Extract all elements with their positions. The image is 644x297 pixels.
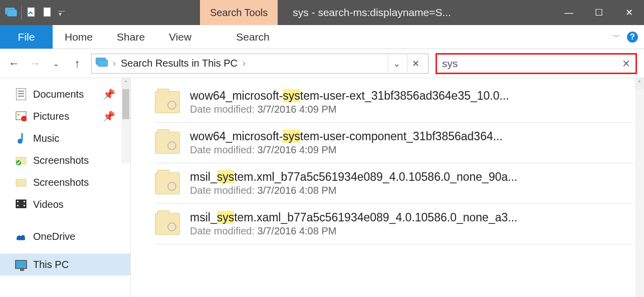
- pin-icon[interactable]: 📌: [103, 88, 115, 100]
- svg-rect-10: [17, 201, 19, 202]
- tab-search[interactable]: Search: [221, 25, 285, 49]
- sidebar-item-documents[interactable]: Documents 📌: [15, 83, 130, 105]
- context-tab-label: Search Tools: [200, 0, 278, 25]
- folder-icon: [155, 132, 180, 154]
- result-date: Date modified: 3/7/2016 4:09 PM: [190, 144, 633, 156]
- ribbon-tabs: File Home Share View Search ﹀ ?: [0, 25, 644, 49]
- result-title: msil_system.xml_b77a5c561934e089_4.0.105…: [190, 170, 633, 184]
- up-button[interactable]: ↑: [70, 57, 84, 71]
- result-item[interactable]: wow64_microsoft-system-user-ext_31bf3856…: [155, 82, 633, 123]
- window-title: sys - search-ms:displayname=S...: [278, 0, 554, 25]
- sidebar-item-label: Screenshots: [33, 155, 89, 166]
- sidebar-scrollbar[interactable]: ˄: [121, 78, 130, 163]
- recent-locations-icon[interactable]: ⌄: [49, 57, 63, 71]
- navigation-pane: Documents 📌 Pictures 📌 Music Screenshots: [0, 78, 131, 297]
- result-title: wow64_microsoft-system-user-ext_31bf3856…: [190, 89, 633, 103]
- window-controls: — ☐ ✕: [554, 0, 644, 25]
- address-history-icon[interactable]: ⌄: [388, 55, 405, 72]
- tab-share[interactable]: Share: [105, 25, 157, 49]
- sidebar-item-label: OneDrive: [33, 231, 75, 242]
- result-item[interactable]: msil_system.xml_b77a5c561934e089_4.0.105…: [155, 163, 633, 204]
- sidebar-item-pictures[interactable]: Pictures 📌: [15, 105, 130, 127]
- tab-view[interactable]: View: [157, 25, 203, 49]
- sidebar-item-label: This PC: [33, 259, 69, 270]
- sidebar-item-this-pc[interactable]: This PC: [0, 253, 130, 275]
- location-icon: [96, 58, 108, 70]
- search-results: wow64_microsoft-system-user-ext_31bf3856…: [131, 78, 644, 297]
- videos-icon: [15, 198, 27, 210]
- svg-rect-12: [24, 201, 25, 202]
- document-icon: [15, 88, 27, 100]
- svg-rect-8: [16, 179, 26, 186]
- folder-check-icon: [15, 154, 27, 166]
- folder-icon: [155, 213, 180, 235]
- folder-icon: [15, 176, 27, 188]
- sidebar-item-label: Documents: [33, 89, 84, 100]
- clear-search-icon[interactable]: ✕: [622, 58, 630, 70]
- ribbon-expand-icon[interactable]: ﹀: [613, 33, 620, 42]
- navigation-row: ← → ⌄ ↑ › Search Results in This PC › ⌄ …: [0, 49, 644, 78]
- sidebar-item-screenshots-2[interactable]: Screenshots: [15, 171, 130, 193]
- folder-icon: [155, 172, 180, 194]
- svg-point-5: [18, 139, 23, 144]
- sidebar-item-onedrive[interactable]: OneDrive: [15, 225, 130, 247]
- back-button[interactable]: ←: [7, 57, 21, 71]
- sidebar-item-label: Videos: [33, 199, 64, 210]
- explorer-icon[interactable]: [5, 7, 16, 18]
- titlebar: —▾ Search Tools sys - search-ms:displayn…: [0, 0, 644, 25]
- sidebar-item-videos[interactable]: Videos: [15, 193, 130, 215]
- new-folder-icon[interactable]: [43, 7, 54, 18]
- result-item[interactable]: msil_system.xaml_b77a5c561934e089_4.0.10…: [155, 204, 633, 244]
- sidebar-item-label: Screenshots: [33, 177, 89, 188]
- result-title: wow64_microsoft-system-user-component_31…: [190, 130, 633, 143]
- svg-rect-1: [44, 8, 51, 17]
- qat-customize-icon[interactable]: —▾: [59, 10, 65, 16]
- music-icon: [15, 132, 27, 144]
- minimize-button[interactable]: —: [554, 0, 584, 25]
- result-date: Date modified: 3/7/2016 4:08 PM: [190, 185, 633, 196]
- sidebar-item-label: Music: [33, 133, 59, 144]
- quick-access-toolbar: —▾: [0, 0, 70, 25]
- refresh-or-stop-icon[interactable]: ✕: [407, 55, 424, 72]
- folder-icon: [155, 91, 180, 113]
- separator: [21, 6, 22, 20]
- svg-rect-13: [24, 205, 25, 206]
- search-input[interactable]: [442, 58, 622, 70]
- scroll-up-icon[interactable]: ˄: [635, 78, 644, 89]
- result-title: msil_system.xaml_b77a5c561934e089_4.0.10…: [190, 211, 633, 224]
- result-item[interactable]: wow64_microsoft-system-user-component_31…: [155, 123, 633, 163]
- results-scrollbar[interactable]: ˄: [635, 78, 644, 297]
- tab-home[interactable]: Home: [53, 25, 105, 49]
- maximize-button[interactable]: ☐: [584, 0, 614, 25]
- forward-button[interactable]: →: [28, 57, 42, 71]
- scroll-up-icon[interactable]: ˄: [121, 78, 130, 89]
- body: Documents 📌 Pictures 📌 Music Screenshots: [0, 78, 644, 297]
- result-date: Date modified: 3/7/2016 4:09 PM: [190, 104, 633, 115]
- svg-rect-11: [17, 205, 19, 206]
- onedrive-icon: [15, 230, 27, 242]
- breadcrumb-location[interactable]: Search Results in This PC: [121, 58, 238, 69]
- this-pc-icon: [15, 258, 27, 270]
- svg-point-3: [18, 114, 20, 116]
- scroll-thumb[interactable]: [122, 89, 129, 119]
- address-bar[interactable]: › Search Results in This PC › ⌄ ✕: [91, 54, 428, 74]
- pin-icon[interactable]: 📌: [103, 110, 115, 122]
- sidebar-item-label: Pictures: [33, 111, 69, 122]
- close-button[interactable]: ✕: [614, 0, 644, 25]
- breadcrumb-separator[interactable]: ›: [243, 58, 246, 69]
- help-icon[interactable]: ?: [627, 32, 638, 43]
- breadcrumb-separator[interactable]: ›: [113, 58, 116, 69]
- search-box[interactable]: ✕: [436, 53, 637, 74]
- properties-icon[interactable]: [27, 7, 38, 18]
- file-tab[interactable]: File: [0, 25, 53, 49]
- sidebar-item-screenshots-1[interactable]: Screenshots: [15, 149, 130, 171]
- pictures-icon: [15, 110, 27, 122]
- result-date: Date modified: 3/7/2016 4:08 PM: [190, 225, 633, 237]
- sidebar-item-music[interactable]: Music: [15, 127, 130, 149]
